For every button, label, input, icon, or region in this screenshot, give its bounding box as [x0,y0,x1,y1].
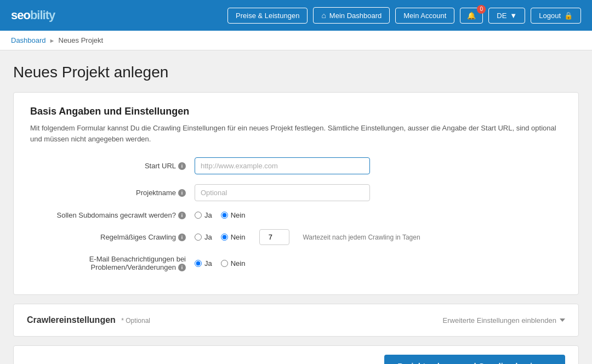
submit-section: Projekt anlegen und Crawling beginnen [13,345,579,364]
email-radio-group: Ja Nein [195,259,245,268]
preise-leistungen-label: Preise & Leistungen [236,12,299,20]
crawling-nein-radio[interactable] [221,234,228,241]
email-ja-radio[interactable] [195,260,202,267]
logo-text-2: bility [30,8,55,22]
crawling-ja-option[interactable]: Ja [195,233,212,241]
email-label: E-Mail Benachrichtigungen bei Problemen/… [30,255,195,271]
crawling-info-icon[interactable]: i [178,234,186,241]
email-label-line1: E-Mail Benachrichtigungen bei [89,255,186,263]
logout-label: Logout [539,12,561,20]
card-description: Mit folgendem Formular kannst Du die Cra… [30,123,562,144]
crawling-days-input[interactable] [259,229,289,245]
expand-label: Erweiterte Einstellungen einblenden [443,316,556,325]
email-label-line2: Problemen/Veränderungen [91,263,176,271]
subdomains-nein-radio[interactable] [221,212,228,219]
crawling-ja-label: Ja [204,233,212,241]
mein-dashboard-button[interactable]: ⌂ Mein Dashboard [313,7,390,24]
subdomains-label: Sollen Subdomains gecrawlt werden? i [30,211,195,219]
subdomains-nein-label: Nein [231,211,246,219]
header: seobility Preise & Leistungen ⌂ Mein Das… [0,0,592,31]
crawler-optional-badge: * Optional [121,317,150,325]
projektname-row: Projektname i [30,184,562,201]
email-nein-label: Nein [231,259,246,268]
crawling-nein-option[interactable]: Nein [221,233,246,241]
bell-icon: 🔔 [467,12,476,20]
crawling-radio-group: Ja Nein Wartezeit nach jedem Crawling in… [195,229,420,245]
chevron-down-icon: ▼ [510,12,517,20]
email-ja-label: Ja [204,259,212,268]
crawler-section: Crawlereinstellungen * Optional Erweiter… [13,304,579,337]
projektname-input[interactable] [195,184,370,201]
chevron-down-icon [560,318,565,322]
language-label: DE [497,12,506,20]
submit-label: Projekt anlegen und Crawling beginnen [397,361,552,364]
projektname-info-icon[interactable]: i [178,189,186,197]
mein-dashboard-label: Mein Dashboard [329,12,382,20]
crawling-label: Regelmäßiges Crawling i [30,233,195,241]
start-url-info-icon[interactable]: i [178,162,186,170]
crawling-wait-label: Wartezeit nach jedem Crawling in Tagen [303,234,420,241]
preise-leistungen-button[interactable]: Preise & Leistungen [227,8,308,24]
start-url-label: Start URL i [30,162,195,170]
card-title: Basis Angaben und Einstellungen [30,106,562,117]
email-ja-option[interactable]: Ja [195,259,212,268]
subdomains-ja-option[interactable]: Ja [195,211,212,219]
start-url-row: Start URL i [30,157,562,174]
mein-account-label: Mein Account [403,12,446,20]
start-url-input[interactable] [195,157,370,174]
logout-button[interactable]: Logout 🔒 [531,8,581,24]
email-nein-radio[interactable] [221,260,228,267]
breadcrumb-dashboard-link[interactable]: Dashboard [11,36,46,44]
logo: seobility [11,8,55,22]
crawling-nein-label: Nein [231,233,246,241]
page-title: Neues Projekt anlegen [13,64,579,81]
email-row: E-Mail Benachrichtigungen bei Problemen/… [30,255,562,271]
language-button[interactable]: DE ▼ [488,8,525,24]
home-icon: ⌂ [321,11,326,20]
breadcrumb: Dashboard ► Neues Projekt [0,31,592,50]
subdomains-row: Sollen Subdomains gecrawlt werden? i Ja … [30,211,562,219]
subdomains-nein-option[interactable]: Nein [221,211,246,219]
crawling-ja-radio[interactable] [195,234,202,241]
lock-icon: 🔒 [564,12,573,20]
crawler-title: Crawlereinstellungen * Optional [27,315,150,325]
notification-button[interactable]: 🔔 0 [460,8,483,24]
subdomains-radio-group: Ja Nein [195,211,245,219]
basis-angaben-card: Basis Angaben und Einstellungen Mit folg… [13,92,579,295]
breadcrumb-current: Neues Projekt [59,36,104,44]
subdomains-info-icon[interactable]: i [178,212,186,219]
email-info-icon[interactable]: i [178,264,186,271]
crawling-row: Regelmäßiges Crawling i Ja Nein Wartezei… [30,229,562,245]
expand-link[interactable]: Erweiterte Einstellungen einblenden [443,316,565,325]
subdomains-ja-label: Ja [204,211,212,219]
subdomains-ja-radio[interactable] [195,212,202,219]
breadcrumb-separator: ► [49,37,55,44]
projektname-label: Projektname i [30,189,195,197]
mein-account-button[interactable]: Mein Account [395,8,454,24]
logo-text: seo [11,8,30,22]
notification-badge: 0 [477,5,486,14]
main-content: Neues Projekt anlegen Basis Angaben und … [0,50,592,364]
email-nein-option[interactable]: Nein [221,259,246,268]
submit-button[interactable]: Projekt anlegen und Crawling beginnen [384,355,565,364]
